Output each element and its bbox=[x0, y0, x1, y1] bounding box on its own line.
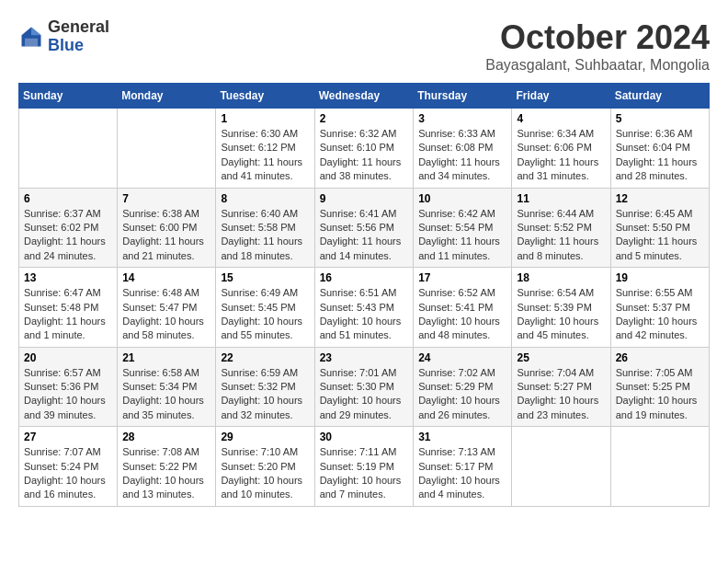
day-info: Sunrise: 6:30 AMSunset: 6:12 PMDaylight:… bbox=[221, 127, 309, 184]
day-info: Sunrise: 6:52 AMSunset: 5:41 PMDaylight:… bbox=[418, 286, 506, 343]
day-number: 4 bbox=[517, 112, 605, 125]
day-number: 7 bbox=[122, 192, 210, 205]
day-info: Sunrise: 7:07 AMSunset: 5:24 PMDaylight:… bbox=[24, 445, 112, 502]
day-info: Sunrise: 6:48 AMSunset: 5:47 PMDaylight:… bbox=[122, 286, 210, 343]
calendar-day-cell: 21Sunrise: 6:58 AMSunset: 5:34 PMDayligh… bbox=[118, 347, 216, 427]
day-info-line: Sunrise: 6:49 AM bbox=[221, 287, 298, 298]
calendar-day-cell: 27Sunrise: 7:07 AMSunset: 5:24 PMDayligh… bbox=[19, 427, 118, 507]
day-info-line: Daylight: 11 hours and 14 minutes. bbox=[320, 236, 402, 260]
day-info-line: Sunset: 5:22 PM bbox=[122, 461, 197, 472]
day-info-line: Daylight: 10 hours and 51 minutes. bbox=[320, 316, 402, 340]
calendar-week-row: 1Sunrise: 6:30 AMSunset: 6:12 PMDaylight… bbox=[19, 109, 710, 189]
day-number: 29 bbox=[221, 431, 309, 443]
calendar-day-cell: 26Sunrise: 7:05 AMSunset: 5:25 PMDayligh… bbox=[610, 347, 709, 427]
day-info: Sunrise: 6:54 AMSunset: 5:39 PMDaylight:… bbox=[517, 286, 605, 343]
day-info-line: Sunrise: 6:47 AM bbox=[24, 287, 101, 298]
day-info-line: Sunrise: 7:11 AM bbox=[320, 446, 397, 457]
day-number: 13 bbox=[24, 271, 112, 284]
calendar-day-cell: 16Sunrise: 6:51 AMSunset: 5:43 PMDayligh… bbox=[314, 268, 414, 348]
day-info-line: Sunrise: 6:30 AM bbox=[221, 128, 298, 139]
day-number: 8 bbox=[221, 192, 309, 205]
day-info-line: Daylight: 10 hours and 10 minutes. bbox=[221, 475, 302, 500]
day-number: 6 bbox=[24, 192, 112, 205]
day-info: Sunrise: 6:49 AMSunset: 5:45 PMDaylight:… bbox=[221, 286, 309, 343]
day-number: 3 bbox=[418, 112, 506, 125]
logo-blue-text: Blue bbox=[48, 37, 109, 55]
day-info: Sunrise: 7:02 AMSunset: 5:29 PMDaylight:… bbox=[418, 366, 506, 423]
day-info-line: Sunrise: 6:58 AM bbox=[122, 367, 199, 378]
day-number: 12 bbox=[616, 192, 704, 205]
day-info-line: Sunset: 5:29 PM bbox=[418, 381, 493, 392]
day-info-line: Daylight: 10 hours and 26 minutes. bbox=[418, 395, 500, 419]
calendar-day-cell: 6Sunrise: 6:37 AMSunset: 6:02 PMDaylight… bbox=[19, 188, 118, 268]
day-info-line: Daylight: 10 hours and 58 minutes. bbox=[122, 316, 204, 340]
calendar-day-cell: 19Sunrise: 6:55 AMSunset: 5:37 PMDayligh… bbox=[610, 268, 709, 348]
calendar-day-cell: 11Sunrise: 6:44 AMSunset: 5:52 PMDayligh… bbox=[512, 188, 610, 268]
day-info: Sunrise: 6:57 AMSunset: 5:36 PMDaylight:… bbox=[24, 366, 112, 423]
day-info-line: Daylight: 10 hours and 29 minutes. bbox=[320, 395, 402, 419]
title-block: October 2024 Bayasgalant, Suhbaatar, Mon… bbox=[485, 18, 710, 74]
day-info-line: Sunrise: 7:07 AM bbox=[24, 446, 101, 457]
calendar-day-cell: 10Sunrise: 6:42 AMSunset: 5:54 PMDayligh… bbox=[414, 188, 512, 268]
calendar-day-cell: 13Sunrise: 6:47 AMSunset: 5:48 PMDayligh… bbox=[19, 268, 118, 348]
day-number: 16 bbox=[320, 271, 409, 284]
day-info-line: Sunrise: 7:08 AM bbox=[122, 446, 199, 457]
day-of-week-header: Saturday bbox=[610, 84, 709, 109]
day-info-line: Sunrise: 6:45 AM bbox=[616, 208, 693, 219]
day-number: 28 bbox=[122, 431, 210, 443]
day-number: 21 bbox=[122, 351, 210, 364]
day-info-line: Daylight: 11 hours and 5 minutes. bbox=[616, 236, 698, 260]
day-number: 30 bbox=[320, 431, 409, 443]
day-info-line: Daylight: 11 hours and 38 minutes. bbox=[320, 156, 402, 181]
day-info-line: Sunrise: 6:32 AM bbox=[320, 128, 397, 139]
calendar-day-cell: 31Sunrise: 7:13 AMSunset: 5:17 PMDayligh… bbox=[414, 427, 512, 507]
day-info-line: Sunset: 5:48 PM bbox=[24, 302, 98, 313]
day-info: Sunrise: 6:44 AMSunset: 5:52 PMDaylight:… bbox=[517, 207, 605, 264]
day-of-week-header: Wednesday bbox=[314, 84, 414, 109]
svg-rect-3 bbox=[25, 39, 38, 47]
day-info-line: Sunrise: 6:38 AM bbox=[122, 208, 199, 219]
day-info: Sunrise: 6:32 AMSunset: 6:10 PMDaylight:… bbox=[320, 127, 409, 184]
day-info-line: Daylight: 10 hours and 48 minutes. bbox=[418, 316, 500, 340]
day-info: Sunrise: 6:58 AMSunset: 5:34 PMDaylight:… bbox=[122, 366, 210, 423]
day-info-line: Sunset: 5:30 PM bbox=[320, 381, 394, 392]
day-info-line: Sunset: 5:58 PM bbox=[221, 222, 295, 233]
day-info-line: Sunset: 6:06 PM bbox=[517, 142, 591, 153]
day-info-line: Sunrise: 7:10 AM bbox=[221, 446, 298, 457]
day-number: 19 bbox=[616, 271, 704, 284]
day-info-line: Sunrise: 6:37 AM bbox=[24, 208, 101, 219]
calendar-header-row: SundayMondayTuesdayWednesdayThursdayFrid… bbox=[19, 84, 710, 109]
location-subtitle: Bayasgalant, Suhbaatar, Mongolia bbox=[485, 57, 710, 74]
day-info-line: Daylight: 10 hours and 32 minutes. bbox=[221, 395, 302, 419]
day-info: Sunrise: 7:11 AMSunset: 5:19 PMDaylight:… bbox=[320, 445, 409, 502]
day-info-line: Sunrise: 7:13 AM bbox=[418, 446, 495, 457]
day-info-line: Sunrise: 7:05 AM bbox=[616, 367, 693, 378]
day-info-line: Sunset: 5:17 PM bbox=[418, 461, 493, 472]
day-info-line: Sunrise: 6:42 AM bbox=[418, 208, 495, 219]
day-number: 22 bbox=[221, 351, 309, 364]
day-info: Sunrise: 6:38 AMSunset: 6:00 PMDaylight:… bbox=[122, 207, 210, 264]
day-info-line: Sunset: 5:45 PM bbox=[221, 302, 295, 313]
calendar-day-cell bbox=[118, 109, 216, 189]
day-info-line: Daylight: 11 hours and 1 minute. bbox=[24, 316, 106, 340]
calendar-day-cell: 14Sunrise: 6:48 AMSunset: 5:47 PMDayligh… bbox=[118, 268, 216, 348]
day-info: Sunrise: 6:40 AMSunset: 5:58 PMDaylight:… bbox=[221, 207, 309, 264]
calendar-day-cell bbox=[610, 427, 709, 507]
logo-icon bbox=[18, 24, 44, 50]
day-number: 17 bbox=[418, 271, 506, 284]
calendar-day-cell: 5Sunrise: 6:36 AMSunset: 6:04 PMDaylight… bbox=[610, 109, 709, 189]
calendar-day-cell: 25Sunrise: 7:04 AMSunset: 5:27 PMDayligh… bbox=[512, 347, 610, 427]
day-number: 5 bbox=[616, 112, 704, 125]
day-number: 23 bbox=[320, 351, 409, 364]
calendar-day-cell: 8Sunrise: 6:40 AMSunset: 5:58 PMDaylight… bbox=[216, 188, 314, 268]
day-info-line: Daylight: 11 hours and 28 minutes. bbox=[616, 156, 698, 181]
day-info: Sunrise: 6:42 AMSunset: 5:54 PMDaylight:… bbox=[418, 207, 506, 264]
day-info-line: Sunset: 5:56 PM bbox=[320, 222, 394, 233]
day-info-line: Daylight: 11 hours and 31 minutes. bbox=[517, 156, 598, 181]
day-info: Sunrise: 7:08 AMSunset: 5:22 PMDaylight:… bbox=[122, 445, 210, 502]
logo: General Blue bbox=[18, 18, 109, 55]
day-info-line: Sunset: 5:32 PM bbox=[221, 381, 295, 392]
calendar-day-cell: 4Sunrise: 6:34 AMSunset: 6:06 PMDaylight… bbox=[512, 109, 610, 189]
day-of-week-header: Monday bbox=[118, 84, 216, 109]
day-info-line: Sunrise: 7:04 AM bbox=[517, 367, 594, 378]
